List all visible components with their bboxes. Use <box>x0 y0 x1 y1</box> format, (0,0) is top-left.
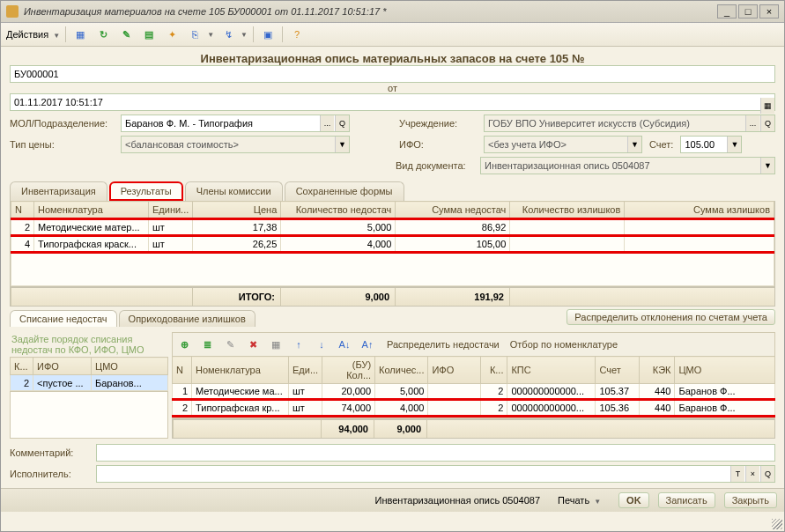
empty-row <box>11 253 774 286</box>
order-grid[interactable]: К... ИФО ЦМО 2 <пустое ... Баранов... <box>10 357 168 391</box>
add-copy-icon[interactable]: ≣ <box>198 336 216 353</box>
col-price[interactable]: Цена <box>193 202 281 219</box>
save-button[interactable]: Записать <box>658 492 715 508</box>
hint-text: Задайте порядок списания недостач по КФО… <box>10 332 168 357</box>
sort-desc-icon[interactable]: A↑ <box>359 336 376 353</box>
price-type-input[interactable] <box>121 136 350 153</box>
minimize-button[interactable]: _ <box>717 4 737 18</box>
open-icon[interactable]: Q <box>760 115 774 131</box>
dropdown-icon[interactable]: ▼ <box>727 137 741 152</box>
help-icon[interactable]: ? <box>288 26 306 43</box>
org-input[interactable] <box>484 115 775 132</box>
move-up-icon[interactable]: ↑ <box>290 336 307 353</box>
move-down-icon[interactable]: ↓ <box>313 336 330 353</box>
tab-results[interactable]: Результаты <box>109 181 183 201</box>
status-bar: Инвентаризационная опись 0504087 Печать … <box>1 488 784 512</box>
movements-icon[interactable]: ↯ <box>219 26 237 43</box>
title-bar: Инвентаризация материалов на счете 105 Б… <box>1 1 784 23</box>
tab-commission[interactable]: Члены комиссии <box>185 181 283 201</box>
price-type-label: Тип цены: <box>10 139 114 150</box>
ifo-input[interactable] <box>484 136 642 153</box>
document-title: Инвентаризационная опись материальных за… <box>201 52 585 65</box>
open-icon[interactable]: Q <box>760 466 774 482</box>
doctype-input[interactable] <box>480 157 775 174</box>
ok-button[interactable]: OK <box>618 492 649 508</box>
dropdown-icon[interactable]: ▼ <box>335 137 349 152</box>
sort-asc-icon[interactable]: A↓ <box>336 336 353 353</box>
main-toolbar: Действия ▼ ▦ ↻ ✎ ▤ ✦ ⎘▼ ↯▼ ▣ ? <box>1 23 784 47</box>
tab-surplus[interactable]: Оприходование излишков <box>119 310 255 327</box>
comment-input[interactable] <box>96 444 775 462</box>
col-nom[interactable]: Номенклатура <box>34 202 149 219</box>
dropdown-icon[interactable]: ▼ <box>760 158 774 174</box>
table-row[interactable]: 2Методические матер...шт 17,385,00086,92 <box>11 219 774 236</box>
col-sum-short[interactable]: Сумма недостач <box>396 202 510 219</box>
window-title: Инвентаризация материалов на счете 105 Б… <box>24 6 712 17</box>
totals-row: ИТОГО: 9,000 191,92 <box>10 287 775 307</box>
from-label: от <box>388 83 397 93</box>
tab-inventory[interactable]: Инвентаризация <box>10 181 107 201</box>
dropdown-icon[interactable]: ▼ <box>627 137 641 152</box>
distribute-deviations-button[interactable]: Распределить отклонения по счетам учета <box>567 309 775 325</box>
org-label: Учреждение: <box>399 118 477 129</box>
table-row[interactable]: 1Методические ма...шт 20,0005,000 200000… <box>173 384 775 400</box>
doc-number-input[interactable] <box>10 65 775 83</box>
filter-button[interactable]: Отбор по номенклатуре <box>510 339 618 350</box>
mol-label: МОЛ/Подразделение: <box>10 118 114 129</box>
settings-icon[interactable]: ▦ <box>267 336 285 353</box>
select-icon[interactable]: ... <box>320 115 334 131</box>
doc-date-input[interactable] <box>10 93 775 111</box>
comment-label: Комментарий: <box>10 447 89 458</box>
writeoff-grid[interactable]: N Номенклатура Еди... (БУ) Кол... Количе… <box>172 356 775 417</box>
results-grid[interactable]: N Номенклатура Едини... Цена Количество … <box>11 201 774 286</box>
app-icon <box>6 5 19 18</box>
doctype-label: Вид документа: <box>396 160 473 171</box>
print-button[interactable]: Печать ▼ <box>558 495 601 506</box>
refresh-icon[interactable]: ↻ <box>94 26 112 43</box>
report-icon[interactable]: ▣ <box>259 26 277 43</box>
table-row[interactable]: 2Типографская кр...шт 74,0004,000 200000… <box>173 400 775 417</box>
add-icon[interactable]: ⊕ <box>175 336 193 353</box>
sub-toolbar: ⊕ ≣ ✎ ✖ ▦ ↑ ↓ A↓ A↑ Распределить недоста… <box>172 332 775 356</box>
account-label: Счет: <box>649 139 673 150</box>
resize-handle[interactable] <box>772 519 782 529</box>
table-row[interactable]: 2 <пустое ... Баранов... <box>11 375 168 391</box>
edit-icon[interactable]: ✎ <box>221 336 239 353</box>
col-qty-over[interactable]: Количество излишков <box>510 202 625 219</box>
col-sum-over[interactable]: Сумма излишков <box>625 202 774 219</box>
copy-doc-icon[interactable]: ✎ <box>117 26 135 43</box>
close-form-button[interactable]: Закрыть <box>724 492 777 508</box>
col-qty-short[interactable]: Количество недостач <box>281 202 396 219</box>
tab-writeoff[interactable]: Списание недостач <box>10 310 117 327</box>
maximize-button[interactable]: □ <box>738 4 758 18</box>
ifo-label: ИФО: <box>399 139 477 150</box>
based-on-icon[interactable]: ⎘ <box>186 26 204 43</box>
run-icon[interactable]: ▦ <box>71 26 89 43</box>
spread-button[interactable]: Распределить недостачи <box>387 339 500 350</box>
date-picker-icon[interactable]: ▦ <box>760 98 774 114</box>
table-row[interactable]: 4Типографская краск...шт 26,254,000105,0… <box>11 236 774 253</box>
tab-saved-forms[interactable]: Сохраненные формы <box>285 181 404 201</box>
mol-input[interactable] <box>121 115 350 132</box>
col-n[interactable]: N <box>11 202 34 219</box>
delete-icon[interactable]: ✖ <box>244 336 262 353</box>
status-doc-button[interactable]: Инвентаризационная опись 0504087 <box>375 495 541 506</box>
fill-icon[interactable]: ✦ <box>163 26 181 43</box>
executor-label: Исполнитель: <box>10 469 89 479</box>
writeoff-totals: 94,000 9,000 <box>172 419 775 439</box>
actions-menu[interactable]: Действия ▼ <box>6 29 60 40</box>
col-unit[interactable]: Едини... <box>149 202 193 219</box>
post-icon[interactable]: ▤ <box>140 26 158 43</box>
select-icon[interactable]: ... <box>745 115 759 131</box>
clear-icon[interactable]: × <box>745 466 759 482</box>
executor-input[interactable] <box>96 465 775 483</box>
clear-icon[interactable]: Q <box>335 115 349 131</box>
type-icon[interactable]: T <box>730 466 744 482</box>
close-button[interactable]: × <box>759 4 779 18</box>
